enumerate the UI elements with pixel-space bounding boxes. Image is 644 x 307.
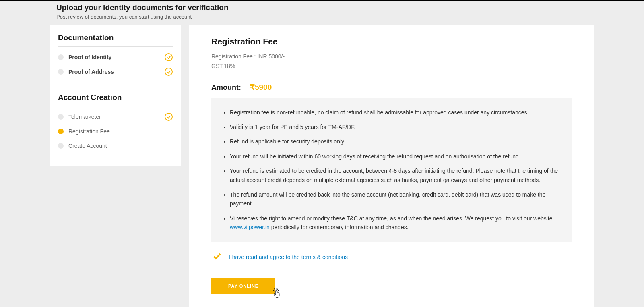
terms-item: Refund is applicable for security deposi… [230, 137, 560, 146]
step-bullet-icon [58, 129, 64, 134]
check-circle-icon [165, 113, 173, 121]
page-header: Upload your identity documents for verif… [0, 1, 644, 25]
check-circle-icon [165, 68, 173, 76]
sidebar: Documentation Proof of Identity Proof of… [50, 25, 181, 166]
pay-online-button[interactable]: PAY ONLINE [211, 278, 275, 294]
step-bullet-icon [58, 54, 64, 60]
sidebar-section-account-creation: Account Creation Telemarketer Registrati… [58, 93, 173, 149]
check-circle-icon [165, 53, 173, 61]
gst-line: GST:18% [211, 62, 572, 71]
terms-text-suffix: periodically for contemporary informatio… [270, 224, 409, 230]
terms-link[interactable]: www.vilpower.in [230, 224, 270, 230]
agree-text: I have read and agree to the terms & con… [229, 254, 348, 260]
sidebar-item-proof-of-address[interactable]: Proof of Address [58, 68, 173, 75]
sidebar-item-proof-of-identity[interactable]: Proof of Identity [58, 54, 173, 60]
sidebar-item-label: Proof of Identity [68, 54, 111, 60]
step-bullet-icon [58, 114, 64, 120]
sidebar-section-title: Account Creation [58, 93, 173, 106]
cursor-pointer-icon [272, 288, 283, 298]
sidebar-item-label: Proof of Address [68, 68, 114, 75]
terms-box: Registration fee is non-refundable, no c… [211, 98, 572, 242]
amount-row: Amount: ₹5900 [211, 83, 572, 92]
sidebar-item-label: Telemarketer [68, 114, 101, 120]
fee-info: Registration Fee : INR 5000/- GST:18% [211, 52, 572, 71]
sidebar-section-title: Documentation [58, 33, 173, 47]
svg-line-4 [277, 288, 278, 290]
terms-item: Your refund is estimated to be credited … [230, 166, 560, 185]
fee-line: Registration Fee : INR 5000/- [211, 52, 572, 62]
sidebar-item-create-account[interactable]: Create Account [58, 143, 173, 149]
step-bullet-icon [58, 69, 64, 75]
terms-item: The refund amount will be credited back … [230, 190, 560, 208]
terms-item: Validity is 1 year for PE and 5 years fo… [230, 122, 560, 131]
terms-item: Registration fee is non-refundable, no c… [230, 108, 560, 117]
step-bullet-icon [58, 143, 64, 149]
agree-row[interactable]: I have read and agree to the terms & con… [211, 251, 572, 263]
amount-value: ₹5900 [250, 83, 272, 92]
terms-item: Your refund will be initiated within 60 … [230, 152, 560, 161]
svg-line-2 [277, 290, 279, 291]
page-subtitle: Post review of documents, you can start … [56, 14, 588, 20]
terms-text-prefix: Vi reserves the right to amend or modify… [230, 215, 553, 222]
sidebar-item-registration-fee[interactable]: Registration Fee [58, 128, 173, 135]
sidebar-item-telemarketer[interactable]: Telemarketer [58, 114, 173, 120]
main-panel: Registration Fee Registration Fee : INR … [189, 25, 594, 307]
svg-line-1 [273, 290, 275, 291]
amount-label: Amount: [211, 83, 241, 92]
main-title: Registration Fee [211, 37, 572, 46]
terms-item-with-link: Vi reserves the right to amend or modify… [230, 214, 560, 232]
pay-button-label: PAY ONLINE [228, 284, 258, 288]
sidebar-item-label: Registration Fee [68, 128, 110, 135]
page-title: Upload your identity documents for verif… [56, 3, 588, 12]
checkmark-icon [212, 251, 222, 263]
svg-line-3 [274, 288, 275, 290]
sidebar-section-documentation: Documentation Proof of Identity Proof of… [58, 33, 173, 75]
sidebar-item-label: Create Account [68, 143, 107, 149]
